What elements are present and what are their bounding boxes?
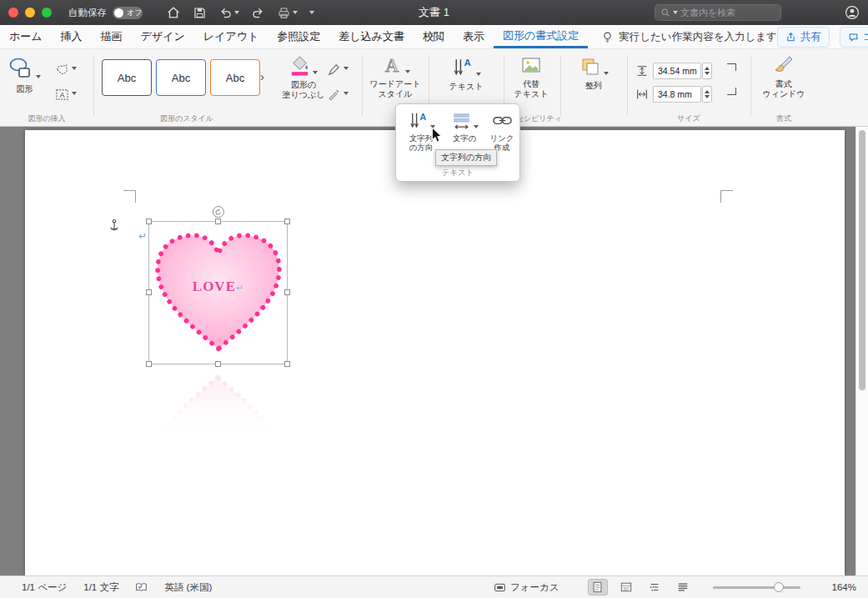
tab-home[interactable]: ホーム xyxy=(0,25,52,48)
zoom-slider-thumb[interactable] xyxy=(774,582,784,592)
tell-me-box[interactable]: 実行したい作業内容を入力します xyxy=(601,25,777,48)
tab-view[interactable]: 表示 xyxy=(454,25,494,48)
alt-text-label-2: テキスト xyxy=(514,89,549,98)
chevron-down-icon xyxy=(604,72,609,75)
align-text-label: 文字の xyxy=(453,133,477,143)
shape-width-field[interactable]: 34.8 mm xyxy=(653,86,701,103)
resize-handle-ne[interactable] xyxy=(284,219,290,224)
align-text-button[interactable]: 文字の xyxy=(444,110,484,143)
spellcheck-book-icon xyxy=(135,581,148,594)
crop-corner-icon[interactable] xyxy=(727,88,736,95)
home-icon xyxy=(166,5,181,20)
resize-handle-se[interactable] xyxy=(284,361,290,367)
shape-style-preset-1[interactable]: Abc xyxy=(102,59,152,96)
web-layout-view-button[interactable] xyxy=(616,579,636,595)
shape-style-preset-3[interactable]: Abc xyxy=(210,59,260,96)
resize-handle-n[interactable] xyxy=(215,219,221,224)
arrange-button[interactable]: 整列 xyxy=(572,56,615,91)
tab-review[interactable]: 校閲 xyxy=(414,25,454,48)
draft-view-button[interactable] xyxy=(673,579,693,595)
text-box-button[interactable]: A xyxy=(55,88,77,102)
outline-view-button[interactable] xyxy=(645,579,665,595)
account-icon xyxy=(845,5,860,20)
page-count[interactable]: 1/1 ページ xyxy=(22,581,67,594)
search-input[interactable]: 文書内を検索 xyxy=(655,4,781,21)
focus-label: フォーカス xyxy=(510,581,559,594)
print-icon xyxy=(277,6,291,20)
tab-mailings[interactable]: 差し込み文書 xyxy=(329,25,414,48)
proofing-status[interactable] xyxy=(135,581,148,594)
word-count[interactable]: 1/1 文字 xyxy=(83,581,118,594)
home-button[interactable] xyxy=(166,5,181,20)
pencil-icon xyxy=(327,63,341,77)
save-icon xyxy=(193,6,207,20)
document-page[interactable]: ↵ LOVE↵ xyxy=(25,130,845,575)
create-link-button[interactable]: リンク 作成 xyxy=(486,110,518,152)
minimize-window-button[interactable] xyxy=(25,8,35,18)
shape-height-field[interactable]: 34.54 mm xyxy=(653,63,701,79)
shapes-icon xyxy=(8,56,33,81)
width-icon xyxy=(635,88,649,101)
zoom-window-button[interactable] xyxy=(42,8,52,18)
tab-references[interactable]: 参照設定 xyxy=(268,25,329,48)
rotation-handle[interactable] xyxy=(213,206,224,218)
height-icon xyxy=(635,64,649,78)
autosave-control[interactable]: 自動保存 オフ xyxy=(68,7,143,19)
tab-design[interactable]: デザイン xyxy=(132,25,194,48)
height-stepper[interactable] xyxy=(702,63,712,79)
vertical-scrollbar[interactable] xyxy=(855,127,868,575)
shape-effects-button[interactable] xyxy=(327,88,349,102)
resize-handle-nw[interactable] xyxy=(146,219,152,224)
group-size: 34.54 mm 34.8 mm サイズ xyxy=(629,49,749,127)
tab-shape-format[interactable]: 図形の書式設定 xyxy=(494,25,588,48)
window-controls[interactable] xyxy=(8,8,52,18)
chevron-down-icon xyxy=(293,11,298,14)
comments-button[interactable]: コメント xyxy=(840,27,868,48)
focus-mode-button[interactable]: フォーカス xyxy=(494,581,559,594)
account-button[interactable] xyxy=(845,5,860,20)
share-button[interactable]: 共有 xyxy=(777,27,830,48)
shape-outline-button[interactable] xyxy=(327,63,349,77)
chevron-down-icon xyxy=(313,71,318,74)
language-selector[interactable]: 英語 (米国) xyxy=(164,581,212,594)
wordart-styles-button[interactable]: A ワードアート スタイル xyxy=(369,54,422,99)
shape-style-preset-2[interactable]: Abc xyxy=(156,59,206,96)
shapes-button[interactable]: 図形 xyxy=(8,56,41,94)
tab-draw[interactable]: 描画 xyxy=(92,25,132,48)
text-menu-button[interactable]: A テキスト xyxy=(442,56,490,92)
web-layout-icon xyxy=(620,581,632,593)
shape-selection-box[interactable]: LOVE↵ xyxy=(148,221,288,364)
resize-handle-sw[interactable] xyxy=(146,361,152,367)
zoom-level[interactable]: 164% xyxy=(832,582,856,592)
resize-handle-s[interactable] xyxy=(215,361,221,367)
close-window-button[interactable] xyxy=(8,8,18,18)
document-canvas[interactable]: ↵ LOVE↵ xyxy=(0,127,868,575)
resize-handle-e[interactable] xyxy=(284,289,290,295)
undo-button[interactable] xyxy=(218,6,239,20)
draft-icon xyxy=(677,581,689,593)
print-button[interactable] xyxy=(277,6,298,20)
zoom-slider[interactable] xyxy=(713,586,800,589)
scrollbar-thumb[interactable] xyxy=(859,130,865,390)
tab-layout[interactable]: レイアウト xyxy=(194,25,268,48)
autosave-state: オフ xyxy=(127,8,142,18)
tab-insert[interactable]: 挿入 xyxy=(52,25,92,48)
crop-corner-icon[interactable] xyxy=(727,63,736,71)
redo-button[interactable] xyxy=(251,6,265,20)
shape-text[interactable]: LOVE↵ xyxy=(193,279,243,295)
width-stepper[interactable] xyxy=(702,86,712,103)
shape-fill-button[interactable]: 図形の 塗りつぶし xyxy=(280,54,327,100)
group-label-size: サイズ xyxy=(629,113,749,124)
format-pane-button[interactable]: 書式 ウィンドウ xyxy=(759,54,809,99)
alt-text-button[interactable]: 代替 テキスト xyxy=(510,54,552,99)
save-button[interactable] xyxy=(193,6,207,20)
resize-handle-w[interactable] xyxy=(146,289,152,295)
print-layout-view-button[interactable] xyxy=(588,579,608,595)
edit-shape-button[interactable] xyxy=(55,63,77,77)
autosave-toggle[interactable]: オフ xyxy=(113,7,143,19)
picture-icon xyxy=(520,54,542,76)
toolbar-overflow-button[interactable] xyxy=(309,11,314,14)
text-direction-icon: A xyxy=(408,110,429,131)
gallery-more-button[interactable]: › xyxy=(260,69,264,83)
group-label-shape-styles: 図形のスタイル xyxy=(128,113,245,124)
